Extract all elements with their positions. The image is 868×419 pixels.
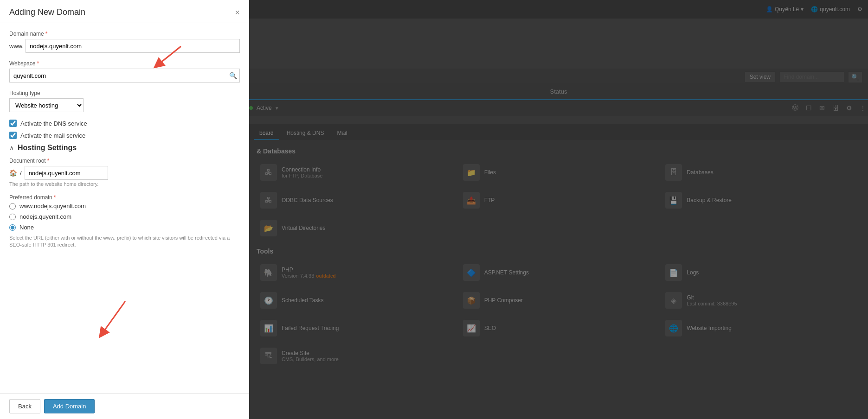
document-root-hint: The path to the website home directory. xyxy=(9,181,240,187)
preferred-nodomain-radio[interactable] xyxy=(9,214,16,220)
webspace-input[interactable] xyxy=(9,69,240,83)
domain-name-field-group: Domain name * www. xyxy=(9,31,240,53)
hosting-type-label: Hosting type xyxy=(9,90,240,96)
domain-input-row: www. xyxy=(9,39,240,53)
dns-checkbox-label: Activate the DNS service xyxy=(20,120,87,127)
modal-close-button[interactable]: × xyxy=(235,8,240,17)
modal-body: Domain name * www. Webspace * 🔍 Hosting … xyxy=(0,23,249,393)
slash-separator: / xyxy=(20,170,22,177)
document-root-field-group: Document root * 🏠 / The path to the webs… xyxy=(9,158,240,187)
preferred-nodomain-row: nodejs.quyenlt.com xyxy=(9,213,240,220)
webspace-input-wrap: 🔍 xyxy=(9,69,240,83)
redirect-hint: Select the URL (either with or without t… xyxy=(9,235,240,249)
dns-checkbox[interactable] xyxy=(9,120,17,127)
preferred-www-label: www.nodejs.quyenlt.com xyxy=(19,203,86,210)
mail-checkbox-label: Activate the mail service xyxy=(20,132,85,139)
webspace-required-star: * xyxy=(37,60,39,67)
hosting-type-field-group: Hosting type Website hosting Forwarding … xyxy=(9,90,240,112)
www-prefix: www. xyxy=(9,43,24,50)
back-button[interactable]: Back xyxy=(9,399,40,413)
preferred-none-radio[interactable] xyxy=(9,224,16,231)
domain-required-star: * xyxy=(45,31,48,37)
add-domain-modal: Adding New Domain × Domain name * www. W… xyxy=(0,0,249,419)
preferred-domain-label: Preferred domain * xyxy=(9,194,240,201)
webspace-search-button[interactable]: 🔍 xyxy=(229,72,237,79)
preferred-domain-field-group: Preferred domain * www.nodejs.quyenlt.co… xyxy=(9,194,240,249)
hosting-settings-title: Hosting Settings xyxy=(18,144,77,152)
add-domain-button[interactable]: Add Domain xyxy=(44,399,95,413)
modal-title: Adding New Domain xyxy=(9,7,85,17)
preferred-none-label: None xyxy=(19,224,34,231)
hosting-settings-header: ∧ Hosting Settings xyxy=(9,144,240,152)
domain-name-label: Domain name * xyxy=(9,31,240,37)
document-root-label: Document root * xyxy=(9,158,240,164)
doc-root-required-star: * xyxy=(47,158,50,164)
doc-root-row: 🏠 / xyxy=(9,166,240,180)
modal-header: Adding New Domain × xyxy=(0,0,249,23)
domain-name-input[interactable] xyxy=(26,39,240,53)
preferred-none-row: None xyxy=(9,224,240,231)
modal-footer: Back Add Domain xyxy=(0,393,249,419)
preferred-www-row: www.nodejs.quyenlt.com xyxy=(9,203,240,210)
home-icon: 🏠 xyxy=(9,169,17,177)
collapse-icon[interactable]: ∧ xyxy=(9,144,14,152)
webspace-field-group: Webspace * 🔍 xyxy=(9,60,240,83)
dns-checkbox-row: Activate the DNS service xyxy=(9,120,240,127)
preferred-required-star: * xyxy=(54,194,56,201)
document-root-input[interactable] xyxy=(25,166,108,180)
preferred-nodomain-label: nodejs.quyenlt.com xyxy=(19,213,71,220)
mail-checkbox[interactable] xyxy=(9,132,17,139)
preferred-www-radio[interactable] xyxy=(9,203,16,210)
mail-checkbox-row: Activate the mail service xyxy=(9,132,240,139)
hosting-type-select[interactable]: Website hosting Forwarding None xyxy=(9,98,84,112)
webspace-label: Webspace * xyxy=(9,60,240,67)
